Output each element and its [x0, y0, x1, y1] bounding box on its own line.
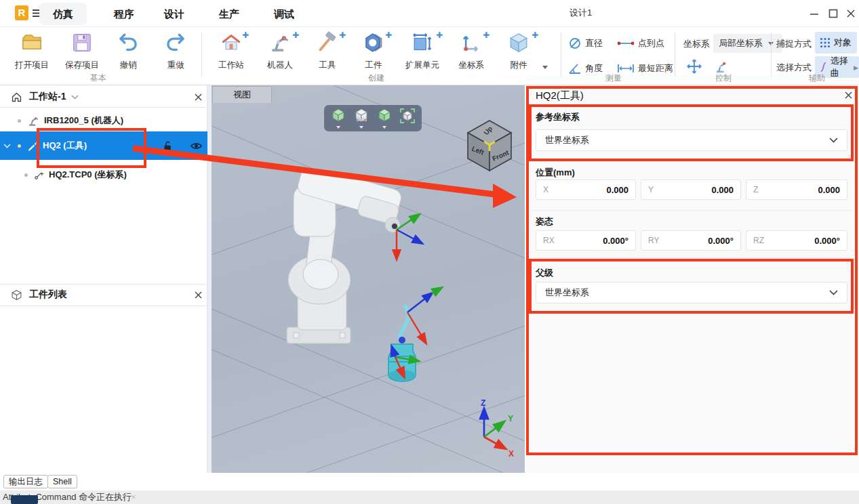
create-part-button[interactable]: ✚ 工件 — [351, 30, 396, 71]
redo-button[interactable]: 重做 — [153, 30, 198, 71]
tab-program[interactable]: 程序 — [100, 3, 148, 25]
curve-icon — [820, 61, 827, 73]
station-icon — [220, 30, 242, 55]
position-y-field[interactable]: Y 0.000 — [641, 180, 741, 200]
view-tab[interactable]: 视图 — [212, 86, 272, 103]
shade-mode-button[interactable] — [328, 108, 348, 129]
divider — [532, 104, 852, 105]
plus-badge: ✚ — [532, 30, 538, 40]
button-label: 直径 — [585, 37, 603, 49]
open-project-button[interactable]: 打开项目 — [9, 30, 54, 71]
button-label: 工具 — [305, 60, 350, 71]
tree-bullet — [24, 173, 28, 177]
create-station-button[interactable]: ✚ 工作站 — [209, 30, 254, 71]
pose-rx-field[interactable]: RX 0.000° — [536, 230, 636, 251]
divider — [0, 107, 207, 108]
tree-item-robot[interactable]: IRB1200_5 (机器人) — [0, 111, 207, 130]
status-strip: AttributeCommand 命令正在执行 × — [0, 490, 859, 504]
ribbon-separator — [675, 33, 675, 77]
save-project-button[interactable]: 保存项目 — [60, 30, 104, 71]
solid-mode-button[interactable]: Solid — [351, 108, 372, 129]
faint-close-icon: × — [131, 492, 136, 502]
tree-item-label: HQ2 (工具) — [43, 140, 87, 152]
create-robot-button[interactable]: ✚ 机器人 — [258, 30, 302, 71]
create-frame-button[interactable]: ✚ 坐标系 — [449, 30, 494, 71]
attachment-dropdown-caret[interactable] — [542, 66, 548, 69]
chevron-down-icon — [382, 126, 386, 129]
group-label-basic: 基本 — [68, 72, 129, 84]
chevron-down-icon[interactable] — [71, 95, 79, 100]
axis-x-label: X — [508, 449, 514, 459]
button-label: 坐标系 — [449, 60, 494, 71]
green-cube-icon — [377, 108, 392, 123]
shading-toolbar: Solid — [324, 105, 422, 131]
application-window: R 仿真 程序 设计 生产 调试 设计1 打开项目 — [0, 0, 859, 504]
position-z-field[interactable]: Z 0.000 — [746, 180, 847, 200]
tab-production[interactable]: 生产 — [205, 3, 253, 25]
chevron-down-icon — [829, 290, 838, 295]
tree-item-tcp[interactable]: HQ2.TCP0 (坐标系) — [0, 165, 207, 184]
parts-list-title: 工件列表 — [29, 289, 67, 301]
button-label: 附件 — [496, 60, 541, 71]
field-value: 0.000° — [814, 236, 840, 246]
ribbon-overflow-arrow[interactable]: ▶ — [854, 64, 858, 71]
app-logo[interactable]: R — [15, 5, 28, 20]
chevron-down-icon — [359, 126, 363, 129]
shaded-green-mode-button[interactable] — [374, 108, 395, 129]
tree-bullet — [18, 144, 21, 148]
ribbon-toolbar: 打开项目 保存项目 撤销 重做 基本 — [0, 28, 859, 85]
close-panel-icon[interactable] — [195, 291, 202, 299]
field-value: 0.000° — [603, 236, 628, 246]
undo-button[interactable]: 撤销 — [106, 30, 151, 71]
eye-icon[interactable] — [190, 141, 203, 151]
snap-mode-label: 捕捉方式 — [776, 38, 812, 50]
tab-design[interactable]: 设计 — [151, 3, 198, 25]
status-blip — [11, 495, 38, 504]
close-panel-icon[interactable] — [845, 91, 852, 99]
close-panel-icon[interactable] — [195, 93, 202, 101]
move-control-button[interactable] — [686, 59, 702, 74]
create-tool-button[interactable]: ✚ 工具 — [305, 30, 350, 71]
select-value: 世界坐标系 — [545, 134, 589, 146]
plus-badge: ✚ — [292, 30, 299, 40]
output-log-tab[interactable]: 输出日志 — [3, 475, 48, 488]
robot-jog-button[interactable] — [713, 59, 730, 74]
measure-diameter-button[interactable]: 直径 — [568, 36, 603, 51]
hammer-icon — [316, 30, 339, 55]
measure-point-to-point-button[interactable]: 点到点 — [617, 36, 664, 51]
lock-icon[interactable] — [162, 140, 174, 152]
field-label: Y — [648, 185, 654, 194]
shell-tab[interactable]: Shell — [47, 475, 77, 488]
maximize-button[interactable] — [827, 7, 839, 20]
viewport-3d[interactable]: Z Y X 视图 Solid — [212, 85, 525, 473]
chevron-down-icon[interactable] — [3, 144, 11, 148]
position-x-field[interactable]: X 0.000 — [536, 180, 636, 200]
close-button[interactable] — [845, 7, 857, 20]
coord-system-label: 坐标系 — [683, 38, 710, 50]
create-extension-unit-button[interactable]: ✚ 扩展单元 — [400, 30, 445, 71]
tree-item-label: HQ2.TCP0 (坐标系) — [49, 169, 127, 181]
save-icon — [71, 30, 93, 55]
button-label: 打开项目 — [9, 60, 54, 71]
extension-unit-icon — [411, 30, 434, 55]
tab-debug[interactable]: 调试 — [260, 3, 308, 25]
group-label-measure: 测量 — [583, 72, 644, 84]
snap-object-button[interactable]: 对象 — [815, 32, 857, 54]
tree-item-tool-selected[interactable]: HQ2 (工具) — [0, 131, 207, 160]
zoom-fit-button[interactable] — [397, 108, 418, 129]
ref-frame-select[interactable]: 世界坐标系 — [536, 129, 847, 151]
properties-panel: HQ2(工具) 参考坐标系 世界坐标系 位置(mm) X 0.000 Y 0.0… — [525, 85, 859, 473]
coord-system-dropdown[interactable]: 局部坐标系 — [713, 34, 782, 53]
minimize-button[interactable] — [808, 7, 820, 20]
axis-y-label: Y — [508, 414, 513, 423]
pose-rz-field[interactable]: RZ 0.000° — [746, 230, 847, 251]
tree-bullet — [18, 119, 21, 123]
create-attachment-button[interactable]: ✚ 附件 — [496, 30, 541, 71]
window-title: 设计1 — [570, 7, 651, 19]
parent-select[interactable]: 世界坐标系 — [536, 282, 847, 303]
navigation-cube[interactable]: Up Left Front — [461, 115, 518, 177]
tab-simulation[interactable]: 仿真 — [39, 3, 87, 25]
pose-ry-field[interactable]: RY 0.000° — [641, 230, 741, 251]
chevron-down-icon — [336, 126, 340, 129]
home-icon — [11, 91, 22, 103]
